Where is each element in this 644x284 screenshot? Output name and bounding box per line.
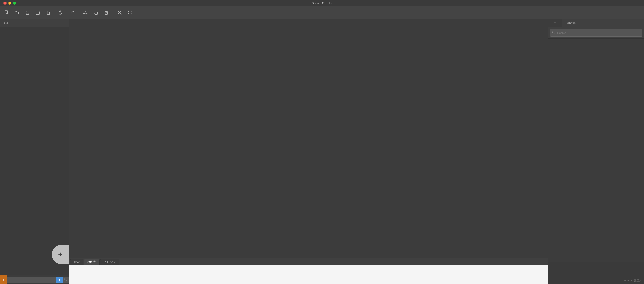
svg-point-9: [84, 13, 84, 14]
open-button[interactable]: [12, 8, 22, 18]
separator-2: [79, 9, 79, 16]
new-icon: [4, 10, 9, 15]
center-panel: 搜索 控制台 PLC 记录: [69, 19, 548, 284]
search-icon: [552, 31, 555, 35]
svg-point-10: [86, 13, 88, 14]
svg-point-19: [64, 278, 66, 280]
project-label: 项目: [2, 21, 8, 25]
cut-button[interactable]: [81, 8, 90, 18]
fullscreen-button[interactable]: [125, 8, 135, 18]
chevron-down-icon: ▼: [58, 278, 61, 281]
main-layout: 项目 + T ▼: [0, 19, 644, 284]
copy-button[interactable]: [91, 8, 101, 18]
toolbar: [0, 6, 644, 19]
left-panel: 项目 + T ▼: [0, 19, 69, 284]
fullscreen-icon: [128, 10, 132, 15]
title-bar: OpenPLC Editor: [0, 0, 644, 6]
save-icon: [25, 10, 30, 15]
tab-search[interactable]: 搜索: [70, 259, 83, 265]
tab-library[interactable]: 库: [548, 19, 562, 27]
zoom-fit-button[interactable]: [115, 8, 124, 18]
project-tree: +: [0, 27, 69, 275]
paste-icon: [104, 10, 109, 15]
close-button[interactable]: [4, 2, 6, 5]
variable-dropdown-button[interactable]: ▼: [56, 277, 62, 283]
zoom-fit-icon: [117, 10, 122, 15]
open-icon: [14, 10, 20, 15]
window-controls: [4, 2, 16, 5]
variable-go-button[interactable]: [62, 277, 69, 283]
print-button[interactable]: [44, 8, 53, 18]
cut-icon: [83, 10, 88, 15]
minimize-button[interactable]: [8, 2, 11, 5]
project-header: 项目: [0, 19, 69, 27]
svg-line-16: [120, 13, 122, 15]
save-as-button[interactable]: [33, 8, 43, 18]
editor-area[interactable]: [69, 19, 548, 258]
redo-button[interactable]: [67, 8, 77, 18]
undo-icon: [59, 10, 64, 15]
tab-debugger[interactable]: 调试器: [562, 19, 581, 27]
right-search-area: [548, 27, 644, 39]
tab-plc-log[interactable]: PLC 记录: [100, 259, 120, 265]
right-tabs: 库 调试器: [548, 19, 644, 27]
svg-rect-4: [26, 13, 28, 14]
svg-line-22: [554, 33, 555, 34]
redo-icon: [70, 10, 74, 15]
watermark: CSDN @木法星人: [622, 279, 642, 282]
paste-button[interactable]: [102, 8, 111, 18]
separator-1: [55, 9, 55, 16]
variable-input[interactable]: [8, 277, 56, 283]
add-item-button[interactable]: +: [52, 245, 69, 264]
library-search-input[interactable]: [550, 29, 642, 37]
svg-rect-7: [47, 13, 50, 14]
tab-console[interactable]: 控制台: [84, 259, 100, 265]
library-area: [548, 39, 644, 262]
app-title: OpenPLC Editor: [312, 2, 332, 5]
svg-point-8: [49, 12, 50, 13]
svg-rect-5: [26, 11, 28, 12]
separator-3: [113, 9, 113, 16]
copy-icon: [94, 10, 98, 15]
new-button[interactable]: [2, 8, 11, 18]
right-panel: 库 调试器: [548, 19, 644, 284]
maximize-button[interactable]: [13, 2, 16, 5]
plus-icon: +: [58, 251, 62, 258]
bottom-tabs: 搜索 控制台 PLC 记录: [69, 258, 548, 265]
bottom-content: [69, 265, 548, 284]
undo-button[interactable]: [57, 8, 66, 18]
svg-rect-6: [37, 13, 38, 14]
save-button[interactable]: [23, 8, 32, 18]
svg-line-20: [66, 280, 67, 281]
save-as-icon: [36, 10, 40, 15]
go-icon: [64, 278, 68, 282]
search-wrapper: [550, 29, 642, 37]
svg-rect-11: [95, 12, 98, 15]
bottom-panel: 搜索 控制台 PLC 记录: [69, 258, 548, 284]
svg-point-21: [553, 31, 554, 33]
svg-rect-0: [5, 11, 8, 14]
print-icon: [46, 10, 51, 15]
variable-icon: T: [0, 275, 7, 284]
left-panel-bottom: T ▼: [0, 275, 69, 284]
